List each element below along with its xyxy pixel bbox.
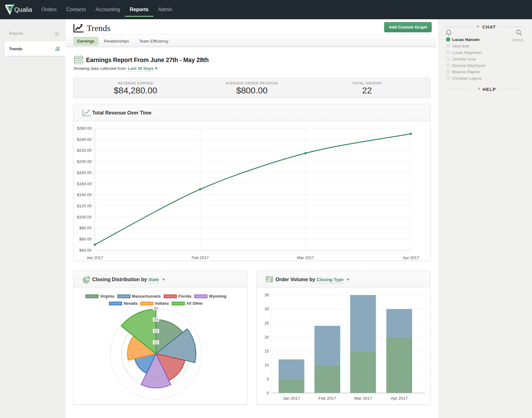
svg-text:40: 40 [154,306,158,311]
svg-text:20: 20 [154,329,158,333]
svg-text:$40.00: $40.00 [79,248,92,253]
svg-text:$80.00: $80.00 [79,226,92,230]
svg-text:$140.00: $140.00 [77,192,92,197]
svg-text:$260.00: $260.00 [77,126,92,131]
svg-text:10: 10 [265,363,269,367]
svg-text:20: 20 [265,335,269,339]
svg-text:Feb 2017: Feb 2017 [318,396,336,401]
svg-text:$160.00: $160.00 [77,182,92,186]
svg-text:$240.00: $240.00 [77,137,92,142]
svg-text:Feb 2017: Feb 2017 [192,255,209,260]
svg-text:25: 25 [265,321,269,326]
svg-text:$180.00: $180.00 [77,170,92,175]
svg-text:30: 30 [154,317,158,322]
svg-text:15: 15 [265,349,269,353]
svg-text:Apr 2017: Apr 2017 [391,396,408,401]
svg-text:0: 0 [267,391,269,395]
svg-text:30: 30 [265,307,269,311]
svg-text:$60.00: $60.00 [79,237,92,241]
svg-text:Jan 2017: Jan 2017 [87,255,103,260]
svg-text:Jan 2017: Jan 2017 [283,396,300,401]
svg-text:5: 5 [267,377,269,381]
svg-text:Mar 2017: Mar 2017 [297,255,314,260]
svg-text:$200.00: $200.00 [77,159,92,164]
svg-text:35: 35 [265,293,269,297]
svg-text:10: 10 [154,340,158,345]
svg-text:$220.00: $220.00 [77,148,92,153]
svg-text:Apr 2017: Apr 2017 [403,255,419,260]
svg-text:$100.00: $100.00 [77,215,92,219]
svg-text:Mar 2017: Mar 2017 [354,396,372,401]
svg-text:$120.00: $120.00 [77,204,92,208]
